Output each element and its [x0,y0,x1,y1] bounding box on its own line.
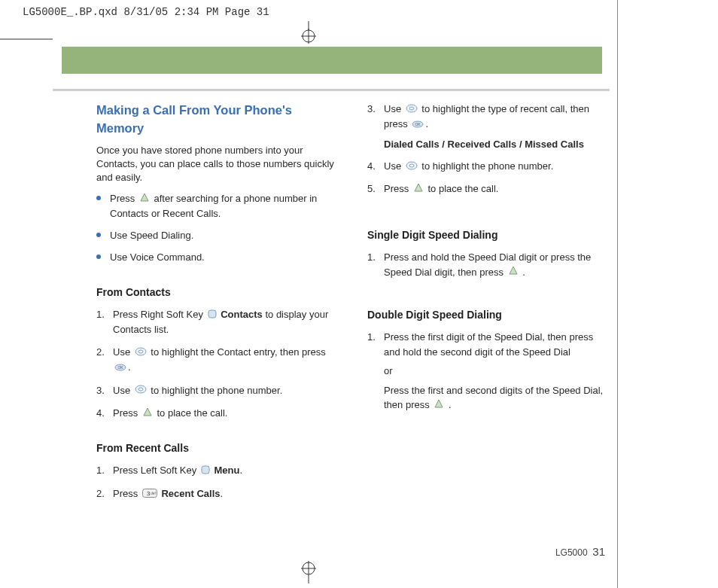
text: to highlight the phone number. [151,385,282,396]
header-divider [53,89,610,91]
text: . [239,465,242,476]
send-key-icon [142,407,153,422]
text: . [221,488,224,499]
text: . [449,399,452,410]
text: Press [113,407,141,419]
crop-mark-top-icon [297,21,320,44]
nav-key-icon [135,383,147,398]
subheading-single-digit: Single Digit Speed Dialing [367,227,611,242]
text: Use [384,160,404,172]
svg-rect-8 [208,310,216,318]
svg-point-20 [409,107,414,110]
crop-mark-bottom-icon [297,561,320,583]
content-columns: Making a Call From Your Phone's Memory O… [96,102,611,509]
text: Press [384,183,412,194]
text: to highlight the Contact entry, then pre… [151,346,325,358]
from-contacts-steps: Press Right Soft Key Contacts to display… [96,307,340,421]
ok-key-icon: OK [114,361,126,376]
text: Use [384,103,404,114]
list-item: Press Left Soft Key Menu. [96,463,340,478]
svg-point-14 [138,388,143,391]
list-item: Use to highlight the phone number. [367,159,611,174]
list-item: Press Right Soft Key Contacts to display… [96,307,340,337]
crop-mark-left-icon [0,38,53,41]
list-item: Use to highlight the phone number. [96,383,340,398]
text: Press Right Soft Key [113,309,206,320]
from-recent-steps: Press Left Soft Key Menu. Press 3def Rec… [96,463,340,501]
page-footer: LG5000 31 [555,545,605,558]
send-key-icon [434,398,444,413]
list-item: Press to place the call. [96,406,340,421]
intro-bullet-list: Press after searching for a phone number… [96,192,340,264]
right-column: Use to highlight the type of recent call… [367,102,611,509]
single-digit-steps: Press and hold the Speed Dial digit or p… [367,250,611,280]
subheading-double-digit: Double Digit Speed Dialing [367,307,611,322]
svg-point-24 [409,164,414,167]
document-meta-header: LG5000E_.BP.qxd 8/31/05 2:34 PM Page 31 [23,6,269,18]
text-bold: Contacts [221,309,263,320]
list-item: Press 3def Recent Calls. [96,486,340,501]
intro-paragraph: Once you have stored phone numbers into … [96,144,340,185]
list-item: Press the first digit of the Speed Dial,… [367,330,611,413]
section-title: Making a Call From Your Phone's Memory [96,102,340,138]
text: Use [113,385,133,396]
text-bold: Recent Calls [161,488,220,499]
list-item: Press after searching for a phone number… [96,192,340,221]
from-recent-steps-cont: Use to highlight the type of recent call… [367,102,611,197]
text: Press the first digit of the Speed Dial,… [384,331,593,358]
list-item: Use to highlight the Contact entry, then… [96,345,340,376]
text-bold: Menu [214,465,240,476]
text: Press Left Soft Key [113,465,199,476]
nav-key-icon [135,346,147,361]
text: Use [113,346,133,358]
send-key-icon [508,265,519,280]
nav-key-icon [406,160,418,175]
text: Press and hold the Speed Dial digit or p… [384,251,591,278]
model-label: LG5000 [555,547,588,558]
text: . [128,361,131,373]
text: . [425,118,428,129]
alt-instruction: Press the first and second digits of the… [384,383,611,413]
svg-point-10 [138,350,143,353]
list-item: Use Voice Command. [96,251,340,265]
list-item: Press and hold the Speed Dial digit or p… [367,250,611,280]
double-digit-steps: Press the first digit of the Speed Dial,… [367,330,611,413]
page-trim-line [617,0,618,588]
text: . [522,267,525,278]
right-softkey-icon [208,308,217,323]
left-softkey-icon [201,464,210,479]
list-item: Use to highlight the type of recent call… [367,102,611,151]
left-column: Making a Call From Your Phone's Memory O… [96,102,340,509]
text: to highlight the phone number. [421,160,553,172]
subheading-from-recent: From Recent Calls [96,440,340,455]
text: to place the call. [157,407,227,419]
key-3-icon: 3def [142,487,157,502]
or-line: or [384,364,611,379]
subheading-from-contacts: From Contacts [96,285,340,300]
ok-key-icon: OK [412,117,424,133]
header-green-bar [62,47,602,74]
page-number: 31 [592,545,605,558]
text: Press [113,488,141,499]
nav-key-icon [406,102,418,117]
text: Press [110,193,138,205]
svg-text:OK: OK [117,365,123,370]
list-item: Use Speed Dialing. [96,229,340,243]
send-key-icon [139,192,150,207]
send-key-icon [413,182,424,197]
svg-rect-15 [202,466,209,474]
svg-text:OK: OK [415,122,421,126]
text: Press the first and second digits of the… [384,385,603,411]
list-item: Press to place the call. [367,181,611,197]
call-types-line: Dialed Calls / Received Calls / Missed C… [384,137,611,152]
text: to place the call. [427,183,498,194]
svg-text:def: def [151,491,157,495]
